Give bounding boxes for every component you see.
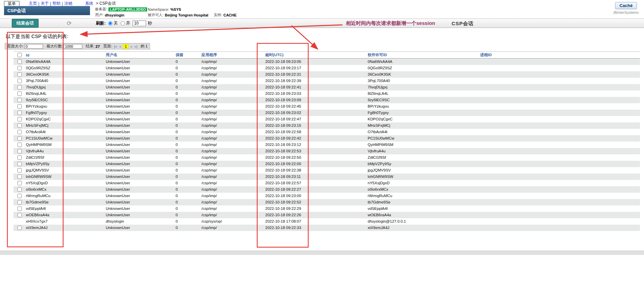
last-page-button[interactable]: »| (134, 44, 137, 48)
cell-process-id (478, 103, 640, 110)
link-separator: | (62, 1, 63, 6)
cell-username: UnknownUser (104, 78, 174, 84)
cell-preserve: 0 (174, 65, 200, 71)
refresh-icon[interactable]: ⟳ (67, 21, 72, 26)
row-select-checkbox[interactable] (17, 85, 22, 89)
cell-license-id: ZdtCl1f9Sf (366, 154, 478, 161)
cell-license-id: jpgJQMV9SV (366, 167, 478, 174)
page-size-label: 页面大小: (7, 44, 24, 49)
cell-preserve: 0 (174, 199, 200, 205)
row-select-checkbox[interactable] (17, 136, 22, 141)
row-select-checkbox[interactable] (17, 175, 22, 179)
server-info-row-1: 服务器: LAPTOP-ARLL3DSO NameSpace: %SYS (95, 6, 237, 12)
row-select-checkbox[interactable] (17, 226, 22, 230)
cell-license-id: 0Na6WxAA4A (366, 59, 478, 65)
select-all-checkbox[interactable] (17, 53, 22, 57)
header-preserve[interactable]: 保留 (174, 52, 200, 59)
prev-page-button[interactable]: « (119, 44, 121, 48)
cell-license-id: 8lZ6nqLA4L (366, 90, 478, 97)
cell-license-id: nY5XsjDgxD (366, 180, 478, 186)
page-size-input[interactable] (25, 44, 43, 49)
link-home[interactable]: 主页 (29, 1, 37, 6)
row-select-checkbox[interactable] (17, 149, 22, 153)
cell-preserve: 0 (174, 97, 200, 103)
link-help[interactable]: 帮助 (52, 1, 60, 6)
cell-application: /csp/imp/ (200, 110, 264, 116)
cell-username: UnknownUser (104, 110, 174, 116)
refresh-off-radio[interactable] (108, 21, 112, 26)
cell-timeout-utc: 2022-10-18 09:22:58 (264, 129, 366, 135)
header-timeout-utc[interactable]: 超时(UTC) (264, 52, 366, 59)
row-select-checkbox[interactable] (17, 130, 22, 134)
row-select-checkbox[interactable] (17, 206, 22, 211)
row-select-checkbox[interactable] (17, 143, 22, 147)
next-page-button[interactable]: » (130, 44, 132, 48)
cell-timeout-utc: 2022-10-18 09:23:03 (264, 90, 366, 97)
row-select-checkbox[interactable] (17, 60, 22, 64)
row-select-checkbox[interactable] (17, 98, 22, 102)
toolbar-page-title: CSP会话 (452, 21, 474, 27)
row-select-checkbox[interactable] (17, 104, 22, 109)
link-logout[interactable]: 注销 (64, 1, 72, 6)
row-select-checkbox[interactable] (17, 168, 22, 173)
header-application[interactable]: 应用程序 (200, 52, 264, 59)
current-page-button[interactable]: 1 (123, 44, 128, 49)
header-process-id[interactable]: 进程ID (478, 52, 640, 59)
row-select-checkbox[interactable] (17, 213, 22, 217)
cell-preserve: 0 (174, 161, 200, 167)
refresh-label: 刷新: (96, 21, 105, 26)
pagination-bar: 页面大小: 最大行数: 结果: 27 页面: |« « 1 » »| 的 1 (5, 43, 150, 49)
row-select-checkbox[interactable] (17, 117, 22, 121)
table-row: 8lZ6nqLA4L UnknownUser 0 /csp/imp/ 2022-… (13, 90, 640, 97)
row-select-checkbox[interactable] (17, 181, 22, 185)
table-row: vdSEpplA4l UnknownUser 0 /csp/imp/ 2022-… (13, 205, 640, 212)
row-select-checkbox[interactable] (17, 162, 22, 166)
breadcrumb: 系统 > CSP会话 (85, 1, 116, 6)
cell-preserve: 0 (174, 78, 200, 84)
row-select-checkbox[interactable] (17, 123, 22, 128)
licensee-value: Beijing Tongren Hospital (165, 13, 208, 17)
cell-session-id: 7hvqDUjgxj (24, 84, 104, 90)
select-all-header-cell (13, 52, 24, 59)
cell-license-id: KDPO2qCgxC (366, 116, 478, 122)
cell-session-id: PC1SU0wMCw (24, 135, 104, 142)
row-checkbox-cell (13, 78, 24, 84)
cell-license-id: 9zy5lEC9SC (366, 97, 478, 103)
refresh-on-radio[interactable] (121, 21, 125, 26)
row-select-checkbox[interactable] (17, 72, 22, 77)
header-id[interactable]: Id (24, 52, 104, 59)
first-page-button[interactable]: |« (114, 44, 117, 48)
cell-session-id: 36Ceo0K9SK (24, 71, 104, 78)
row-select-checkbox[interactable] (17, 79, 22, 83)
header-license-id[interactable]: 软件许可ID (366, 52, 478, 59)
cell-username: UnknownUser (104, 154, 174, 161)
cell-timeout-utc: 2022-10-18 09:22:38 (264, 167, 366, 174)
row-select-checkbox[interactable] (17, 194, 22, 198)
breadcrumb-system-link[interactable]: 系统 (85, 1, 93, 6)
cell-process-id (478, 71, 640, 78)
menu-button[interactable]: 菜单 (4, 1, 19, 6)
table-row: bMpVZPy9Sy UnknownUser 0 /csp/imp/ 2022-… (13, 161, 640, 167)
cell-session-id: wOEB6raA4a (24, 212, 104, 218)
toolbar: 结束会话 ⟳ 刷新: 关 开 秒 CSP会话 (0, 18, 644, 28)
row-checkbox-cell (13, 142, 24, 148)
row-select-checkbox[interactable] (17, 155, 22, 160)
table-row: o0io6rxMCx UnknownUser 0 /csp/imp/ 2022-… (13, 186, 640, 193)
breadcrumb-current: > CSP会话 (96, 1, 116, 6)
cell-preserve: 0 (174, 142, 200, 148)
row-select-checkbox[interactable] (17, 91, 22, 96)
link-about[interactable]: 关于 (41, 1, 49, 6)
cell-process-id (478, 186, 640, 193)
row-select-checkbox[interactable] (17, 111, 22, 115)
refresh-on-label: 开 (126, 21, 130, 26)
cache-product-button[interactable]: Caché (615, 2, 637, 9)
header-username[interactable]: 用户名 (104, 52, 174, 59)
server-info-row-2: 用户: dhsyslogin 被许可人: Beijing Tongren Hos… (95, 12, 237, 18)
row-select-checkbox[interactable] (17, 187, 22, 192)
row-select-checkbox[interactable] (17, 200, 22, 204)
cell-timeout-utc: 2022-10-18 09:22:41 (264, 84, 366, 90)
end-session-button[interactable]: 结束会话 (12, 19, 39, 28)
refresh-seconds-input[interactable] (133, 21, 146, 26)
row-select-checkbox[interactable] (17, 66, 22, 70)
max-rows-input[interactable] (64, 44, 82, 49)
